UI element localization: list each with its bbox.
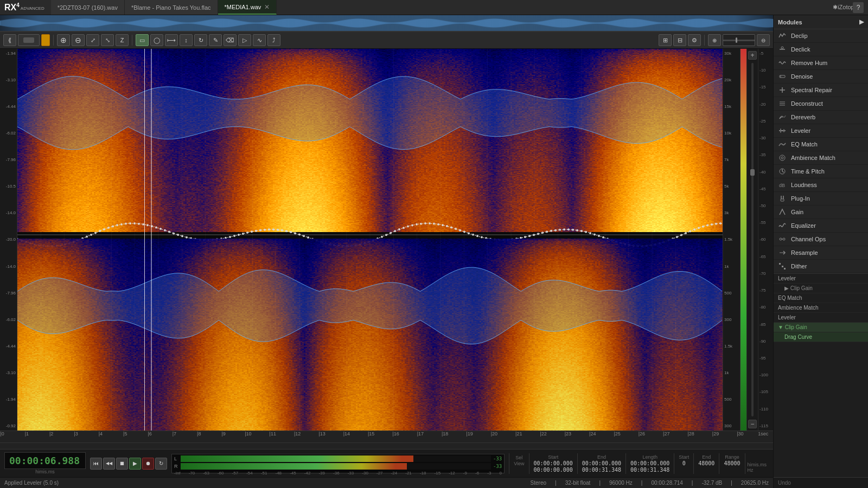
lasso-tool-button[interactable]: ◯ xyxy=(150,34,163,46)
svg-rect-10 xyxy=(780,129,781,133)
history-clip-gain-2[interactable]: ▼ Clip Gain xyxy=(774,323,868,332)
equalizer-icon xyxy=(778,221,787,230)
close-tab-icon[interactable]: ✕ xyxy=(264,3,270,11)
zoom-sel-button[interactable]: ⤡ xyxy=(101,34,114,46)
module-equalizer[interactable]: Equalizer xyxy=(774,219,868,233)
overview-strip[interactable] xyxy=(0,15,773,31)
extra-tool-1[interactable]: ⤴ xyxy=(267,34,280,46)
module-resample[interactable]: Resample xyxy=(774,246,868,260)
spectrogram-area: -1.94 -3.10 -4.44 -6.02 -7.96 -10.5 -14.… xyxy=(0,49,773,431)
svg-line-16 xyxy=(782,171,784,172)
module-history: Leveler ▶ Clip Gain EQ Match Ambience Ma… xyxy=(774,273,868,477)
status-level: -32.7 dB xyxy=(701,480,722,486)
history-eq-match[interactable]: EQ Match xyxy=(774,293,868,303)
history-ambience-match[interactable]: Ambience Match xyxy=(774,303,868,313)
time-mark-8: |8 xyxy=(197,431,201,436)
grid-button[interactable]: ⊟ xyxy=(673,34,686,46)
history-leveler-1[interactable]: Leveler xyxy=(774,274,868,284)
spectrogram-main-canvas xyxy=(17,49,723,431)
module-declick[interactable]: Declick xyxy=(774,43,868,56)
select-tool-button[interactable]: ▭ xyxy=(136,34,149,46)
zoom-out-h-button[interactable]: ⊖ xyxy=(757,34,770,46)
module-time-pitch[interactable]: Time & Pitch xyxy=(774,165,868,178)
time-pitch-label: Time & Pitch xyxy=(791,168,825,175)
history-drag-curve[interactable]: Drag Curve xyxy=(774,332,868,342)
loop-toggle-button[interactable]: ↻ xyxy=(155,458,167,470)
freq-select-button[interactable]: ↕ xyxy=(180,34,193,46)
module-spectral-repair[interactable]: Spectral Repair xyxy=(774,84,868,97)
snap-button[interactable]: ⊞ xyxy=(659,34,672,46)
play-button[interactable]: ▶ xyxy=(129,458,141,470)
modules-label: Modules xyxy=(778,19,802,25)
db-number-scale: -5 -10 -15 -20 -25 -30 -35 -40 -45 -50 -… xyxy=(758,49,773,431)
gain-env-button[interactable]: ∿ xyxy=(253,34,266,46)
freq-start: 0 xyxy=(679,460,689,466)
time-mark-18: |18 xyxy=(442,431,448,436)
zoom-out-v-button[interactable]: − xyxy=(748,420,757,428)
modules-expand-icon[interactable]: ▶ xyxy=(859,18,864,25)
module-plug-in[interactable]: Plug-In xyxy=(774,192,868,206)
meter-r-label: R xyxy=(174,464,178,469)
view-label: View xyxy=(514,461,524,466)
zoom-in-h-button[interactable]: ⊕ xyxy=(708,34,721,46)
history-clip-gain-1[interactable]: ▶ Clip Gain xyxy=(774,284,868,293)
tab-1[interactable]: *2DZT03-07 (160).wav xyxy=(51,0,125,15)
modules-sidebar: Modules ▶ Declip Declick Remove xyxy=(773,15,868,488)
gain-icon xyxy=(778,208,787,216)
history-leveler-2[interactable]: Leveler xyxy=(774,313,868,323)
play-sel-button[interactable]: ▷ xyxy=(238,34,251,46)
horizontal-scrollbar[interactable] xyxy=(0,442,773,449)
module-dereverb[interactable]: Dereverb xyxy=(774,111,868,124)
transport-controls: ⏮ ◀◀ ⏹ ▶ ⏺ ↻ xyxy=(90,458,167,470)
zoom-out-button[interactable]: ⊖ xyxy=(72,34,85,46)
module-gain[interactable]: Gain xyxy=(774,206,868,219)
eraser-tool-button[interactable]: ⌫ xyxy=(224,34,237,46)
record-button[interactable]: ⏺ xyxy=(142,458,154,470)
eq-match-icon xyxy=(778,140,787,149)
loop-button[interactable]: ↻ xyxy=(194,34,207,46)
time-mark-22: |22 xyxy=(540,431,546,436)
time-mark-19: |19 xyxy=(466,431,473,436)
zoom-in-button[interactable]: ⊕ xyxy=(57,34,70,46)
zoom-fit-button[interactable]: ⤢ xyxy=(86,34,99,46)
module-leveler[interactable]: Leveler xyxy=(774,124,868,138)
module-denoise[interactable]: Denoise xyxy=(774,70,868,84)
scroll-left-button[interactable]: ⟪ xyxy=(3,34,16,46)
zoom-custom-button[interactable]: Z xyxy=(116,34,129,46)
time-select-button[interactable]: ⟼ xyxy=(165,34,178,46)
spectrogram-canvas-wrapper[interactable] xyxy=(17,49,723,431)
settings-button[interactable]: ⚙ xyxy=(688,34,701,46)
time-mark-24: |24 xyxy=(589,431,596,436)
svg-point-22 xyxy=(783,238,785,240)
go-back-button[interactable]: ◀◀ xyxy=(103,458,115,470)
db-left-scale: -1.94 -3.10 -4.44 -6.02 -7.96 -10.5 -14.… xyxy=(0,49,17,431)
module-remove-hum[interactable]: Remove Hum xyxy=(774,56,868,70)
go-to-start-button[interactable]: ⏮ xyxy=(90,458,102,470)
time-mark-20: |20 xyxy=(491,431,497,436)
module-deconstruct[interactable]: Deconstruct xyxy=(774,97,868,111)
svg-rect-27 xyxy=(784,268,786,269)
view-start: 00:00:00.000 xyxy=(534,467,573,473)
time-unit: himis.ms xyxy=(748,462,767,467)
scroll-right-indicator[interactable] xyxy=(41,34,50,46)
module-channel-ops[interactable]: Channel Ops xyxy=(774,233,868,246)
module-loudness[interactable]: dB Loudness xyxy=(774,178,868,192)
time-mark-4: |4 xyxy=(99,431,103,436)
tab-3[interactable]: *MEDIA1.wav ✕ xyxy=(218,0,277,15)
zoom-in-v-button[interactable]: + xyxy=(748,51,757,60)
module-eq-match[interactable]: EQ Match xyxy=(774,138,868,151)
zoom-scroll-bar[interactable] xyxy=(18,34,40,46)
module-declip[interactable]: Declip xyxy=(774,29,868,43)
module-dither[interactable]: Dither xyxy=(774,260,868,273)
overview-canvas xyxy=(0,15,773,31)
channel-ops-icon xyxy=(778,235,787,243)
sel-label: Sel xyxy=(514,455,524,460)
module-ambience-match[interactable]: Ambience Match xyxy=(774,151,868,165)
stop-button[interactable]: ⏹ xyxy=(116,458,128,470)
help-button[interactable]: ? xyxy=(853,2,864,13)
brush-tool-button[interactable]: ✎ xyxy=(209,34,222,46)
time-mark-1: |1 xyxy=(25,431,29,436)
zoom-slider-v[interactable] xyxy=(751,63,754,416)
tab-2[interactable]: *Blame - Piano Takes You.flac xyxy=(125,0,218,15)
zoom-slider-h[interactable] xyxy=(723,34,755,46)
